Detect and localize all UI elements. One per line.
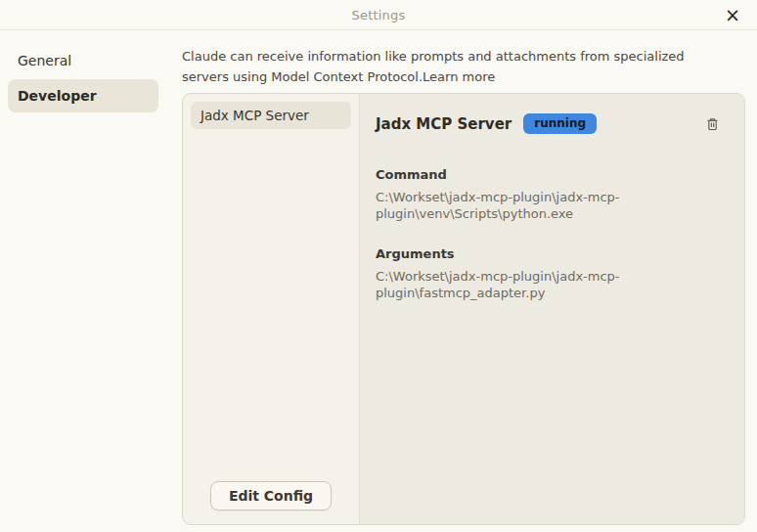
arguments-label: Arguments bbox=[376, 246, 729, 261]
mcp-description: Claude can receive information like prom… bbox=[182, 46, 735, 87]
close-icon[interactable]: × bbox=[721, 0, 744, 30]
server-name: Jadx MCP Server bbox=[376, 115, 512, 133]
sidebar-item-developer[interactable]: Developer bbox=[8, 79, 158, 112]
command-label: Command bbox=[376, 167, 729, 182]
command-value: C:\Workset\jadx-mcp-plugin\jadx-mcp-plug… bbox=[376, 190, 632, 223]
titlebar: Settings × bbox=[0, 0, 757, 30]
window-title: Settings bbox=[352, 8, 406, 22]
arguments-value: C:\Workset\jadx-mcp-plugin\jadx-mcp-plug… bbox=[376, 269, 632, 302]
server-detail-header: Jadx MCP Server running bbox=[376, 113, 729, 134]
server-detail-panel: Jadx MCP Server running Command C:\Works… bbox=[360, 94, 744, 524]
server-list-spacer bbox=[191, 129, 351, 481]
command-field: Command C:\Workset\jadx-mcp-plugin\jadx-… bbox=[376, 167, 729, 223]
arguments-field: Arguments C:\Workset\jadx-mcp-plugin\jad… bbox=[376, 246, 729, 302]
sidebar-item-general[interactable]: General bbox=[8, 46, 158, 75]
status-badge: running bbox=[523, 113, 597, 134]
server-list-item[interactable]: Jadx MCP Server bbox=[191, 102, 351, 129]
developer-content: Claude can receive information like prom… bbox=[166, 30, 757, 531]
trash-icon[interactable] bbox=[706, 117, 719, 131]
mcp-servers-card: Jadx MCP Server Edit Config Jadx MCP Ser… bbox=[182, 93, 745, 525]
settings-body: General Developer Claude can receive inf… bbox=[0, 30, 757, 531]
learn-more-link[interactable]: Learn more bbox=[423, 69, 495, 84]
sidebar: General Developer bbox=[0, 30, 166, 531]
edit-config-button[interactable]: Edit Config bbox=[210, 481, 332, 510]
server-list-panel: Jadx MCP Server Edit Config bbox=[183, 94, 360, 524]
